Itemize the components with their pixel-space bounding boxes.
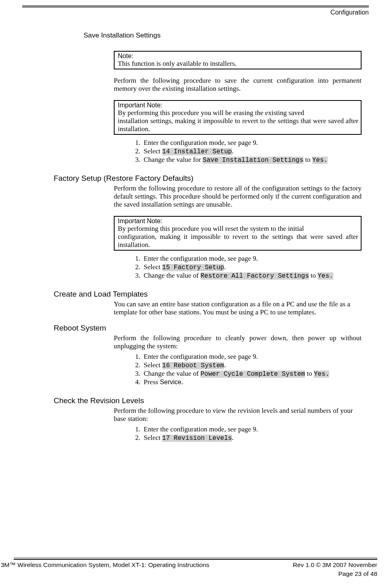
list-item: Enter the configuration mode, see page 9… — [142, 255, 369, 263]
important-note-label: Important Note: — [118, 218, 358, 225]
ordered-list: Enter the configuration mode, see page 9… — [22, 425, 369, 442]
list-item: Enter the configuration mode, see page 9… — [142, 353, 369, 361]
ordered-list: Enter the configuration mode, see page 9… — [22, 353, 369, 386]
paragraph: Perform the following procedure to view … — [114, 407, 362, 423]
menu-option: 17 Revision Levels — [162, 435, 232, 442]
menu-option: Restore All Factory Settings — [201, 272, 309, 280]
list-item: Change the value of Power Cycle Complete… — [142, 370, 369, 378]
important-note-box: Important Note: By performing this proce… — [114, 100, 362, 135]
list-item: Press Service. — [142, 378, 369, 386]
ordered-list: Enter the configuration mode, see page 9… — [22, 139, 369, 164]
menu-option: Save Installation Settings — [203, 157, 303, 164]
menu-option: Power Cycle Complete System — [201, 370, 305, 378]
important-note-body: By performing this procedure you will be… — [118, 109, 358, 117]
heading-reboot-system: Reboot System — [22, 316, 369, 333]
paragraph: Perform the following procedure to save … — [114, 77, 362, 93]
menu-option: 16 Reboot System — [162, 362, 224, 369]
important-note-body: installation settings, making it impossi… — [118, 117, 358, 133]
paragraph: You can save an entire base station conf… — [114, 300, 362, 316]
menu-value: Yes. — [312, 157, 328, 164]
footer-left: 3M™ Wireless Communication System, Model… — [1, 561, 209, 569]
menu-option: 14 Installer Setup — [162, 148, 232, 155]
menu-value: Yes. — [314, 370, 329, 378]
menu-value: Yes. — [318, 272, 333, 280]
heading-factory-setup: Factory Setup (Restore Factory Defaults) — [22, 164, 369, 183]
button-label-service: Service — [160, 379, 181, 385]
list-item: Change the value of Restore All Factory … — [142, 272, 369, 280]
heading-revision-levels: Check the Revision Levels — [22, 387, 369, 405]
footer-right: Rev 1.0 © 3M 2007 November — [293, 561, 377, 569]
page-footer: 3M™ Wireless Communication System, Model… — [0, 558, 391, 578]
important-note-body: By performing this procedure you will re… — [118, 225, 358, 233]
page-number: Page 23 of 48 — [0, 569, 391, 578]
list-item: Select 17 Revision Levels. — [142, 434, 369, 442]
note-label: Note: — [118, 52, 358, 60]
list-item: Enter the configuration mode, see page 9… — [142, 425, 369, 433]
menu-option: 15 Factory Setup — [162, 264, 224, 271]
list-item: Select 15 Factory Setup. — [142, 263, 369, 271]
note-box: Note: This function is only available to… — [114, 51, 362, 69]
list-item: Select 16 Reboot System. — [142, 361, 369, 369]
note-body: This function is only available to insta… — [118, 60, 358, 68]
heading-create-templates: Create and Load Templates — [22, 280, 369, 299]
header-section: Configuration — [22, 8, 369, 16]
list-item: Change the value for Save Installation S… — [142, 156, 369, 164]
list-item: Select 14 Installer Setup. — [142, 147, 369, 155]
ordered-list: Enter the configuration mode, see page 9… — [22, 255, 369, 280]
paragraph: Perform the following procedure to resto… — [114, 184, 362, 209]
heading-save-installation: Save Installation Settings — [22, 31, 369, 40]
important-note-body: configuration, making it impossible to r… — [118, 233, 358, 249]
list-item: Enter the configuration mode, see page 9… — [142, 139, 369, 147]
paragraph: Perform the following procedure to clean… — [114, 334, 362, 350]
important-note-label: Important Note: — [118, 102, 358, 109]
important-note-box: Important Note: By performing this proce… — [114, 216, 362, 251]
